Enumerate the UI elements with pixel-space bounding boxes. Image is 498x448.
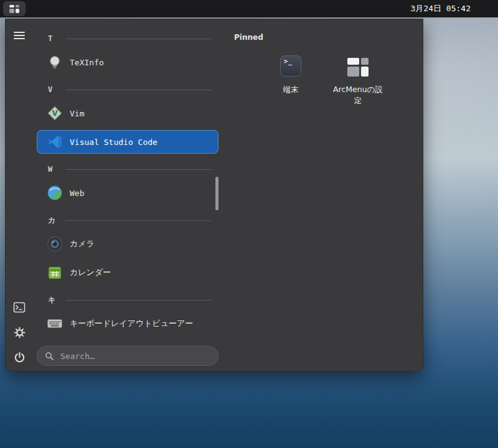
settings-button[interactable] — [13, 326, 26, 338]
power-button[interactable] — [13, 351, 26, 363]
app-item-web[interactable]: Web — [37, 181, 218, 205]
clock[interactable]: 3月24日 05:42 — [411, 0, 471, 17]
app-item-vim[interactable]: V Vim — [37, 101, 218, 125]
arcmenu-icon — [9, 5, 19, 13]
section-divider — [65, 39, 211, 39]
search-bar — [37, 346, 218, 366]
section-letter: カ — [48, 215, 65, 226]
calendar-icon — [47, 264, 63, 281]
app-item-calendar[interactable]: カレンダー — [37, 261, 218, 284]
section-letter: W — [48, 165, 65, 174]
top-panel: 3月24日 05:42 — [0, 0, 498, 17]
section-letter-row: キ — [37, 293, 218, 307]
app-item-camera[interactable]: カメラ — [37, 232, 218, 256]
app-item-texinfo[interactable]: TeXInfo — [37, 50, 218, 74]
section-letter: キ — [48, 295, 65, 306]
vim-icon: V — [47, 105, 63, 121]
app-label: Visual Studio Code — [70, 138, 157, 147]
web-globe-icon — [47, 185, 63, 201]
lightbulb-icon — [47, 54, 63, 70]
section-divider — [65, 220, 211, 221]
app-label: TeXInfo — [70, 58, 104, 67]
scrollbar-thumb[interactable] — [215, 177, 218, 210]
pinned-label: ArcMenuの設定 — [329, 84, 387, 106]
arcmenu-button[interactable] — [3, 1, 26, 16]
section-divider — [65, 90, 211, 90]
section-letter-row: カ — [37, 213, 218, 227]
pinned-item-terminal[interactable]: >_ 端末 — [260, 50, 322, 110]
section-letter-row: W — [37, 162, 218, 176]
hamburger-menu-icon[interactable] — [14, 32, 25, 39]
arcmenu-icon — [347, 54, 369, 78]
section-letter: V — [48, 85, 65, 94]
app-list: T TeXInfo V V Vim Visual Studio Code — [37, 27, 218, 335]
search-input[interactable] — [59, 351, 210, 362]
app-item-vscode-selected[interactable]: Visual Studio Code — [37, 130, 218, 154]
terminal-icon: >_ — [280, 54, 301, 78]
power-icon — [14, 352, 26, 363]
settings-gear-icon — [14, 327, 26, 338]
app-label: カレンダー — [70, 267, 111, 278]
app-label: Vim — [70, 109, 84, 118]
section-divider — [65, 169, 211, 170]
camera-icon — [47, 236, 63, 252]
section-letter: T — [48, 34, 65, 43]
section-letter-row: V — [37, 83, 218, 96]
app-label: Web — [70, 189, 84, 198]
app-label: カメラ — [70, 238, 95, 250]
pinned-header: Pinned — [234, 33, 263, 42]
pinned-grid: >_ 端末 ArcMenuの設定 — [260, 50, 389, 110]
section-letter-row: T — [37, 32, 218, 45]
vscode-icon — [47, 134, 63, 150]
pinned-item-arcmenu-settings[interactable]: ArcMenuの設定 — [327, 50, 389, 110]
arcmenu-panel: T TeXInfo V V Vim Visual Studio Code — [5, 19, 423, 371]
terminal-icon — [13, 301, 26, 314]
search-icon — [45, 352, 54, 361]
app-item-keyboard-viewer[interactable]: キーボードレイアウトビューアー — [37, 312, 218, 335]
app-label: キーボードレイアウトビューアー — [70, 318, 193, 329]
keyboard-icon — [47, 315, 63, 332]
pinned-label: 端末 — [283, 84, 299, 95]
svg-text:V: V — [52, 109, 58, 118]
terminal-shortcut-button[interactable] — [13, 301, 26, 314]
section-divider — [65, 300, 211, 301]
